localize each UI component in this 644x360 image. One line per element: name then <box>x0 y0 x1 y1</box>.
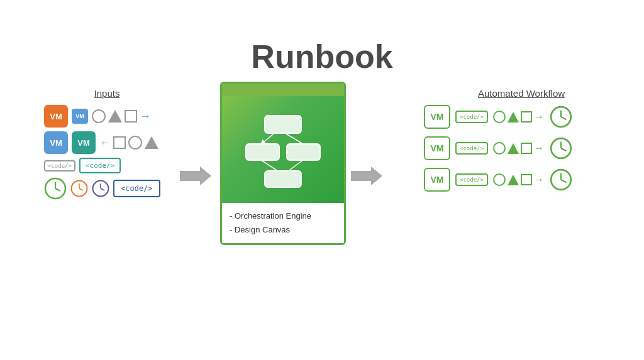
shapes-row-1: → <box>92 109 151 123</box>
output-shapes-2: → <box>493 142 544 155</box>
inputs-grid: VM VM → VM VM ← <box>38 105 176 200</box>
runbook-canvas-inner <box>222 84 344 203</box>
runbook-box: - Orchestration Engine - Design Canvas <box>220 82 346 245</box>
output-triangle-2 <box>508 143 519 154</box>
output-code-2: <code/> <box>455 142 488 155</box>
triangle-shape-2 <box>145 136 158 149</box>
code-badge-teal-large: <code/> <box>79 158 121 173</box>
feature-item-2: - Design Canvas <box>230 223 336 237</box>
output-square-2 <box>521 143 532 154</box>
svg-line-23 <box>561 180 566 182</box>
output-vm-2: VM <box>424 136 450 160</box>
vm-orange-large: VM <box>44 105 68 128</box>
output-clock-2 <box>549 136 573 160</box>
output-square-1 <box>521 111 532 123</box>
vm-teal-large: VM <box>72 131 96 154</box>
output-row-2: VM <code/> → <box>424 136 619 160</box>
circle-shape-2 <box>128 136 142 150</box>
output-rows: VM <code/> → VM <code/> <box>424 105 619 192</box>
svg-line-11 <box>286 134 302 143</box>
output-clock-1 <box>549 105 573 129</box>
svg-line-12 <box>262 161 277 170</box>
inputs-section: Inputs VM VM → VM VM ← <box>38 88 176 200</box>
input-row-4: <code/> <box>44 177 160 200</box>
flow-arrow-left <box>180 163 211 194</box>
vm-blue-small: VM <box>72 109 88 124</box>
output-row-1: VM <code/> → <box>424 105 619 129</box>
canvas-diagram <box>239 102 327 190</box>
output-triangle-1 <box>508 112 519 123</box>
shapes-row-2: ← <box>99 136 158 150</box>
vm-blue-large: VM <box>44 131 68 154</box>
svg-line-8 <box>101 188 104 190</box>
output-clock-3 <box>549 168 573 192</box>
svg-line-10 <box>262 134 274 143</box>
clock-icon-orange <box>70 180 88 197</box>
inputs-label: Inputs <box>38 88 176 99</box>
square-shape-2 <box>113 136 126 149</box>
code-badge-small: <code/> <box>44 160 75 172</box>
output-code-3: <code/> <box>455 173 488 186</box>
output-shapes-1: → <box>493 111 544 123</box>
output-arrow-2: → <box>534 143 544 154</box>
feature-item-1: - Orchestration Engine <box>230 209 336 223</box>
runbook-features: - Orchestration Engine - Design Canvas <box>222 203 344 243</box>
output-code-1: <code/> <box>455 111 488 123</box>
code-badge-blue-large: <code/> <box>113 180 160 197</box>
input-row-3: <code/> <code/> <box>44 158 121 173</box>
output-circle-3 <box>493 173 506 186</box>
output-triangle-3 <box>508 175 519 185</box>
output-label: Automated Workflow <box>424 88 619 99</box>
clock-icon-green <box>44 177 67 200</box>
output-shapes-3: → <box>493 173 544 186</box>
output-circle-2 <box>493 142 506 155</box>
output-row-3: VM <code/> → <box>424 168 619 192</box>
output-square-3 <box>521 174 532 185</box>
arrow-right-shape: → <box>140 111 151 122</box>
output-section: Automated Workflow VM <code/> → <box>424 88 619 192</box>
output-arrow-3: → <box>534 174 544 185</box>
circle-shape <box>92 109 106 123</box>
input-row-2: VM VM ← <box>44 131 158 154</box>
svg-line-5 <box>79 188 83 190</box>
main-container: Runbook Inputs VM VM → VM VM ← <box>0 0 644 360</box>
output-arrow-1: → <box>534 111 544 123</box>
triangle-shape <box>108 110 122 123</box>
svg-line-13 <box>289 161 302 170</box>
output-vm-1: VM <box>424 105 450 129</box>
svg-marker-9 <box>180 166 211 185</box>
canvas-header-bar <box>222 84 344 96</box>
clock-icon-purple <box>92 180 109 197</box>
output-vm-3: VM <box>424 168 450 192</box>
arrow-left-shape: ← <box>99 136 111 150</box>
square-shape <box>125 110 137 123</box>
output-circle-1 <box>493 111 506 123</box>
svg-line-20 <box>561 148 566 151</box>
svg-marker-14 <box>351 166 382 185</box>
diag-arrows-svg <box>239 102 327 190</box>
runbook-canvas-border: - Orchestration Engine - Design Canvas <box>220 82 346 245</box>
input-row-1: VM VM → <box>44 105 151 128</box>
runbook-title: Runbook <box>251 38 392 75</box>
flow-arrow-right <box>351 163 382 194</box>
svg-line-17 <box>561 117 566 119</box>
svg-line-2 <box>55 188 60 191</box>
